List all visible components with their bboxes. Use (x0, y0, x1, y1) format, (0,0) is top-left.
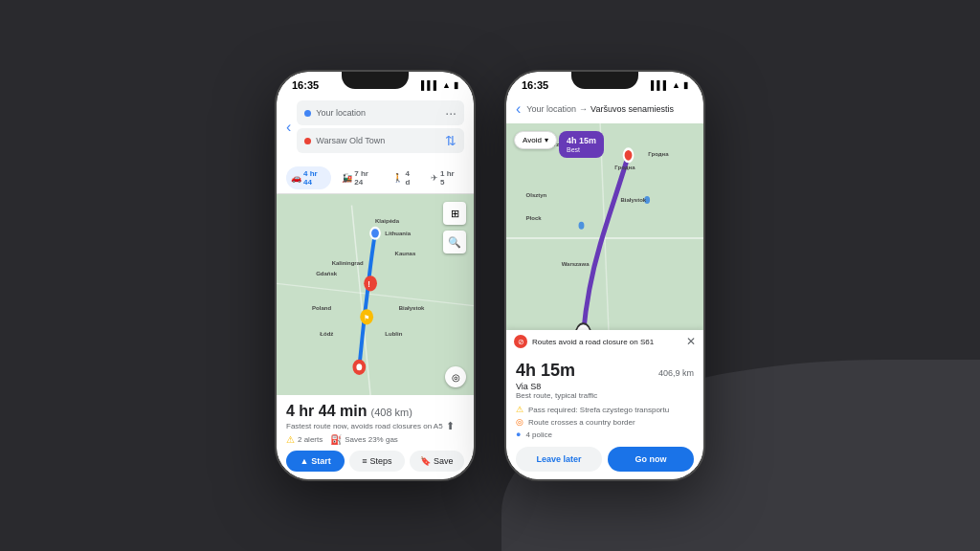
search-section-1: ‹ Your location ··· Warsaw Old Town ⇅ (277, 95, 474, 163)
map-area-2[interactable]: ♟ Morze Bał. Olsztyn Płock Warszawa Грод… (506, 123, 703, 353)
label-bialystok: Białystok (399, 305, 425, 311)
label-bialystok2: Białystok (620, 197, 646, 203)
train-icon: 🚂 (342, 173, 352, 183)
breadcrumb: Your location → Varšuvos senamiestis (526, 104, 674, 114)
route-time-row: 4h 15m 406,9 km (516, 361, 694, 381)
map-search-button[interactable]: 🔍 (443, 231, 466, 253)
walk-icon: 🚶 (392, 173, 403, 183)
transport-modes: 🚗 4 hr 44 🚂 7 hr 24 🚶 4 d ✈ 1 hr 5 (277, 163, 474, 194)
road-closure-banner: ⊘ Routes avoid a road closure on S61 ✕ (506, 330, 703, 353)
save-button[interactable]: 🔖 Save (410, 451, 464, 472)
walk-time: 4 d (405, 169, 415, 187)
status-bar-2: 16:35 ▲ ▌▌▌ ▲ ▮ (506, 72, 703, 95)
svg-point-5 (364, 276, 377, 291)
mode-fly[interactable]: ✈ 1 hr 5 (426, 166, 464, 189)
route-info-items: ⚠ Pass required: Strefa czystego transpo… (516, 405, 694, 439)
svg-marker-12 (506, 123, 703, 353)
transit-time: 7 hr 24 (354, 169, 377, 187)
steps-button[interactable]: ≡ Steps (349, 451, 404, 472)
destination-field[interactable]: Warsaw Old Town ⇅ (297, 128, 464, 153)
svg-line-3 (277, 283, 474, 305)
police-dot-icon: ● (516, 430, 521, 439)
svg-rect-11 (506, 123, 703, 353)
leave-later-button[interactable]: Leave later (516, 447, 602, 472)
info-pass-text: Pass required: Strefa czystego transport… (528, 406, 669, 414)
compass-button[interactable]: ◎ (445, 366, 466, 387)
more-icon[interactable]: ··· (445, 105, 457, 121)
alert-gas: ⛽ Saves 23% gas (330, 434, 398, 445)
info-border-crossing: ◎ Route crosses a country border (516, 417, 694, 427)
back-button-2[interactable]: ‹ (516, 100, 521, 118)
bottom-panel-2: 4h 15m 406,9 km Via S8 Best route, typic… (506, 353, 703, 479)
car-time: 4 hr 44 (303, 169, 326, 187)
flight-time: 1 hr 5 (440, 169, 459, 187)
label-grodno2: Гродна (648, 151, 668, 157)
wifi-icon-2: ▲ (672, 80, 680, 90)
svg-point-15 (624, 149, 634, 162)
route-km-value: (408 km) (370, 407, 412, 418)
go-now-button[interactable]: Go now (608, 447, 694, 472)
steps-icon: ≡ (362, 456, 367, 466)
label-lodz: Łódź (320, 331, 333, 337)
label-kaunas: Kaunas (395, 251, 416, 256)
destination-text: Warsaw Old Town (316, 136, 385, 145)
warning-icon: ⚠ (286, 434, 295, 445)
dest-dot (304, 138, 311, 144)
route-time-value: 4 hr 44 min (286, 403, 367, 420)
search-header-1: ‹ Your location ··· Warsaw Old Town ⇅ (286, 100, 464, 153)
status-arrow-2: ▲ (596, 81, 604, 90)
layers-button[interactable]: ⊞ (443, 202, 466, 225)
swap-icon[interactable]: ⇅ (445, 133, 457, 148)
phone-1: 16:35 ▲ ▌▌▌ ▲ ▮ ‹ Your location ··· (275, 70, 476, 481)
status-icons-2: ▌▌▌ ▲ ▮ (651, 80, 688, 90)
info-police-text: 4 police (525, 430, 552, 439)
mode-walk[interactable]: 🚶 4 d (388, 166, 420, 189)
phone-2: 16:35 ▲ ▌▌▌ ▲ ▮ ‹ Your location → Varšuv… (504, 70, 705, 481)
label-plock: Płock (526, 215, 542, 221)
route-time-p2: 4h 15m (516, 361, 575, 381)
alert-gas-text: Saves 23% gas (345, 435, 398, 444)
avoid-chevron-icon: ▾ (545, 136, 548, 144)
border-icon: ◎ (516, 417, 523, 427)
bottom-actions-1: ▲ Start ≡ Steps 🔖 Save (286, 451, 464, 472)
start-button[interactable]: ▲ Start (286, 451, 345, 472)
svg-point-10 (356, 364, 362, 370)
route-time-display: 4 hr 44 min (408 km) (286, 403, 464, 420)
search-fields: Your location ··· Warsaw Old Town ⇅ (297, 100, 464, 153)
origin-field[interactable]: Your location ··· (297, 100, 464, 125)
mode-car[interactable]: 🚗 4 hr 44 (286, 166, 331, 189)
route-description: Fastest route now, avoids road closures … (286, 422, 464, 430)
status-icons-1: ▌▌▌ ▲ ▮ (421, 80, 458, 90)
back-button-1[interactable]: ‹ (286, 119, 291, 136)
status-arrow-1: ▲ (367, 81, 374, 90)
svg-text:⚑: ⚑ (364, 313, 369, 322)
mode-transit[interactable]: 🚂 7 hr 24 (337, 166, 382, 189)
alert-warning-text: 2 alerts (298, 435, 323, 444)
label-grodno: Гродна (614, 165, 635, 170)
nav-icon: ▲ (300, 456, 308, 466)
avoid-button[interactable]: Avoid ▾ (514, 131, 557, 149)
share-icon[interactable]: ⬆ (446, 420, 455, 432)
svg-line-14 (600, 123, 610, 353)
closure-close-button[interactable]: ✕ (686, 335, 696, 348)
phones-container: 16:35 ▲ ▌▌▌ ▲ ▮ ‹ Your location ··· (275, 70, 705, 481)
bottom-actions-2: Leave later Go now (516, 447, 694, 472)
svg-line-2 (351, 206, 370, 395)
origin-dot (304, 110, 311, 117)
map-area-1[interactable]: ! ⚑ Lithuania Klaipėda Kaunas Białystok … (277, 194, 474, 395)
wifi-icon: ▲ (442, 80, 451, 90)
svg-point-4 (370, 228, 380, 239)
route-svg-2: ♟ (506, 123, 703, 353)
flight-icon: ✈ (431, 173, 438, 183)
route-alerts: ⚠ 2 alerts ⛽ Saves 23% gas (286, 434, 464, 445)
label-warszawa: Warszawa (562, 261, 590, 267)
origin-text: Your location (316, 108, 366, 118)
avoid-label: Avoid (523, 136, 542, 144)
bottom-panel-1: 4 hr 44 min (408 km) ⬆ Fastest route now… (277, 395, 474, 479)
save-icon: 🔖 (420, 456, 431, 466)
breadcrumb-separator: → (579, 104, 588, 114)
svg-point-7 (360, 309, 373, 324)
closure-icon: ⊘ (514, 335, 527, 348)
closure-text: Routes avoid a road closure on S61 (532, 338, 681, 346)
signal-icon: ▌▌▌ (421, 80, 439, 90)
